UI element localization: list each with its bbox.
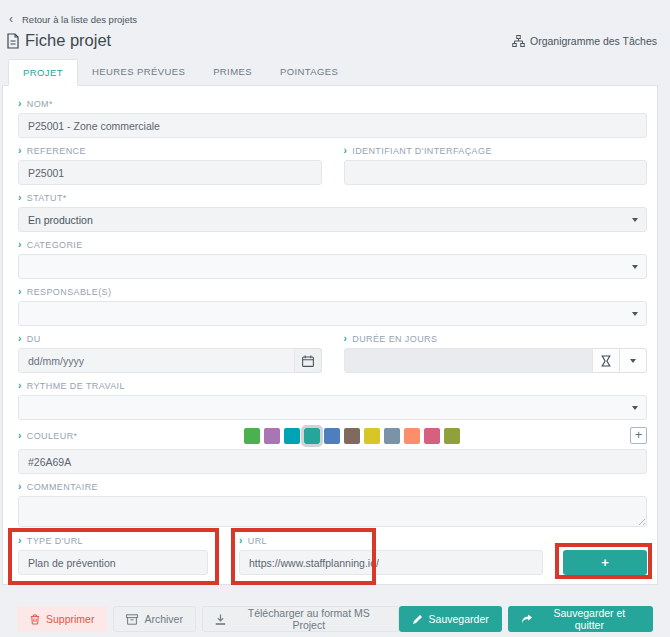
back-link-label: Retour à la liste des projets — [22, 14, 137, 25]
chevron-right-icon: › — [18, 334, 22, 343]
color-swatch[interactable] — [364, 428, 380, 444]
field-categorie: › CATEGORIE — [18, 239, 647, 279]
chevron-right-icon: › — [18, 193, 22, 202]
title-row: Fiche projet Organigramme des Tâches — [0, 27, 670, 50]
exit-arrow-icon — [521, 614, 533, 624]
footer-actions: Supprimer Archiver Télécharger au format… — [0, 585, 670, 632]
url-label: › URL — [239, 535, 543, 546]
nom-label: › NOM* — [18, 98, 647, 109]
color-swatch[interactable] — [324, 428, 340, 444]
sauvegarder-quitter-button[interactable]: Sauvegarder et quitter — [508, 606, 653, 632]
pencil-icon — [412, 614, 423, 625]
chevron-right-icon: › — [18, 381, 22, 390]
color-swatch[interactable] — [244, 428, 260, 444]
back-link[interactable]: ‹ Retour à la liste des projets — [9, 14, 137, 25]
field-duree: › DURÉE EN JOURS — [344, 333, 648, 373]
color-swatch[interactable] — [284, 428, 300, 444]
download-ms-project-button[interactable]: Télécharger au format MS Project — [202, 606, 399, 632]
url-input[interactable] — [239, 550, 543, 575]
du-label: › DU — [18, 333, 322, 344]
couleur-input[interactable] — [18, 449, 647, 474]
add-url-button[interactable]: + — [563, 550, 647, 575]
field-url: › URL — [239, 535, 543, 575]
sitemap-icon — [512, 35, 525, 47]
identifiant-label: › IDENTIFIANT D'INTERFAÇAGE — [344, 145, 648, 156]
calendar-icon — [302, 355, 314, 367]
statut-selected-value: En production — [28, 214, 93, 226]
reference-input[interactable] — [18, 160, 322, 185]
chevron-right-icon: › — [18, 287, 22, 296]
field-du: › DU — [18, 333, 322, 373]
hourglass-button[interactable] — [593, 348, 620, 373]
field-responsables: › RESPONSABLE(S) — [18, 286, 647, 326]
color-swatch[interactable] — [444, 428, 460, 444]
field-nom: › NOM* — [18, 98, 647, 138]
responsables-label: › RESPONSABLE(S) — [18, 286, 647, 297]
chevron-right-icon: › — [344, 334, 348, 343]
type-url-label: › TYPE D'URL — [18, 535, 208, 546]
duree-input[interactable] — [344, 348, 594, 373]
reference-label: › REFERENCE — [18, 145, 322, 156]
download-icon — [215, 614, 226, 625]
chevron-right-icon: › — [18, 536, 22, 545]
statut-select[interactable]: En production — [18, 207, 647, 232]
chevron-right-icon: › — [18, 482, 22, 491]
chevron-right-icon: › — [239, 536, 243, 545]
page-title-label: Fiche projet — [25, 31, 111, 50]
color-swatch[interactable] — [264, 428, 280, 444]
couleur-label: › COULEUR* — [18, 430, 77, 441]
categorie-label: › CATEGORIE — [18, 239, 647, 250]
tab-primes[interactable]: PRIMES — [199, 59, 266, 85]
url-row: › TYPE D'URL › URL + — [18, 535, 647, 575]
rythme-select[interactable] — [18, 395, 647, 420]
chevron-down-icon — [632, 218, 638, 222]
chevron-down-icon — [632, 265, 638, 269]
field-commentaire: › COMMENTAIRE — [18, 481, 647, 527]
color-swatch[interactable] — [384, 428, 400, 444]
responsables-select[interactable] — [18, 301, 647, 326]
chevron-right-icon: › — [18, 146, 22, 155]
chevron-right-icon: › — [18, 431, 22, 440]
project-form-panel: › NOM* › REFERENCE › IDENTIFIANT D'INTER… — [2, 85, 658, 585]
supprimer-button[interactable]: Supprimer — [17, 606, 107, 632]
color-swatch[interactable] — [404, 428, 420, 444]
chevron-down-icon — [630, 359, 636, 363]
field-identifiant: › IDENTIFIANT D'INTERFAÇAGE — [344, 145, 648, 185]
field-couleur: › COULEUR* + — [18, 427, 647, 474]
sauvegarder-button[interactable]: Sauvegarder — [399, 606, 502, 632]
tab-pointages[interactable]: POINTAGES — [266, 59, 352, 85]
field-rythme: › RYTHME DE TRAVAIL — [18, 380, 647, 420]
duree-label: › DURÉE EN JOURS — [344, 333, 648, 344]
statut-label: › STATUT* — [18, 192, 647, 203]
organigramme-link[interactable]: Organigramme des Tâches — [512, 35, 657, 47]
commentaire-label: › COMMENTAIRE — [18, 481, 647, 492]
archive-icon — [126, 614, 138, 625]
trash-icon — [30, 614, 40, 625]
hourglass-icon — [601, 355, 611, 367]
tab-heures-prevues[interactable]: HEURES PRÉVUES — [78, 59, 199, 85]
organigramme-label: Organigramme des Tâches — [530, 35, 657, 47]
field-reference: › REFERENCE — [18, 145, 322, 185]
tab-bar: PROJET HEURES PRÉVUES PRIMES POINTAGES — [0, 59, 670, 85]
field-statut: › STATUT* En production — [18, 192, 647, 232]
add-color-button[interactable]: + — [630, 427, 647, 444]
chevron-down-icon — [632, 312, 638, 316]
color-swatch[interactable] — [424, 428, 440, 444]
archiver-button[interactable]: Archiver — [113, 606, 196, 632]
color-swatches — [244, 428, 460, 444]
tab-projet[interactable]: PROJET — [8, 59, 78, 86]
du-date-input[interactable] — [18, 348, 295, 373]
type-url-input[interactable] — [18, 550, 208, 575]
nom-input[interactable] — [18, 113, 647, 138]
identifiant-input[interactable] — [344, 160, 648, 185]
chevron-right-icon: › — [344, 146, 348, 155]
duree-dropdown-button[interactable] — [620, 348, 647, 373]
top-bar: ‹ Retour à la liste des projets — [0, 0, 670, 27]
color-swatch[interactable] — [344, 428, 360, 444]
color-swatch[interactable] — [304, 428, 320, 444]
categorie-select[interactable] — [18, 254, 647, 279]
back-chevron-icon: ‹ — [9, 15, 13, 23]
chevron-right-icon: › — [18, 240, 22, 249]
commentaire-textarea[interactable] — [18, 496, 647, 527]
calendar-button[interactable] — [295, 348, 322, 373]
